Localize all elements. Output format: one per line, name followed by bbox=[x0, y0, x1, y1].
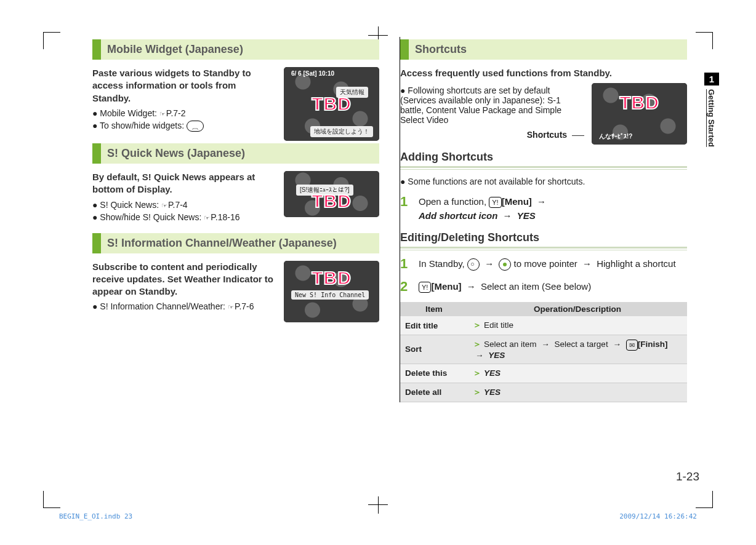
section-quick-news: S! Quick News (Japanese) bbox=[92, 143, 379, 164]
step-number: 2 bbox=[400, 280, 412, 294]
section-info-channel: S! Information Channel/Weather (Japanese… bbox=[92, 233, 379, 253]
info-channel-intro: Subscribe to content and periodically re… bbox=[92, 261, 276, 298]
arrow-icon: → bbox=[467, 281, 476, 292]
list-item: Mobile Widget: P.7-2 bbox=[92, 108, 276, 118]
arrow-icon: → bbox=[582, 258, 592, 269]
crop-mark bbox=[43, 32, 60, 49]
key-y-icon: Y! bbox=[489, 197, 501, 208]
arrow-icon: → bbox=[503, 210, 512, 221]
step: 2 Y![Menu] → Select an item (See below) bbox=[400, 280, 687, 294]
left-column: Mobile Widget (Japanese) Paste various w… bbox=[92, 37, 379, 402]
mobile-widget-intro: Paste various widgets to Standby to acce… bbox=[92, 67, 276, 105]
crop-mark bbox=[696, 491, 713, 508]
shortcuts-callout-label: Shortcuts bbox=[527, 130, 567, 140]
table-row: Edit title ＞Edit title bbox=[400, 316, 687, 335]
key-mail-icon: ✉ bbox=[626, 340, 638, 351]
tbd-stamp: TBD bbox=[619, 92, 659, 113]
adding-note: Some functions are not available for sho… bbox=[400, 177, 687, 186]
key-center-icon bbox=[467, 258, 480, 271]
right-column: Shortcuts Access frequently used functio… bbox=[400, 37, 687, 402]
shortcuts-bullets: Following shortcuts are set by default (… bbox=[400, 86, 584, 125]
arrow-icon: → bbox=[541, 340, 550, 349]
table-header-row: Item Operation/Description bbox=[400, 302, 687, 316]
tbd-stamp: TBD bbox=[312, 268, 352, 288]
table-header-item: Item bbox=[400, 302, 468, 316]
section-mobile-widget: Mobile Widget (Japanese) bbox=[92, 39, 379, 60]
list-item: S! Quick News: P.7-4 bbox=[92, 200, 276, 210]
key-nav-icon bbox=[499, 258, 511, 271]
operations-table: Item Operation/Description Edit title ＞E… bbox=[400, 302, 687, 402]
arrow-icon: → bbox=[475, 351, 484, 360]
arrow-icon: → bbox=[537, 196, 546, 207]
quick-news-bullets: S! Quick News: P.7-4 Show/hide S! Quick … bbox=[92, 200, 276, 222]
chevron-icon: ＞ bbox=[473, 320, 481, 330]
table-row: Sort ＞Select an item → Select a target →… bbox=[400, 335, 687, 364]
tbd-stamp: TBD bbox=[312, 93, 352, 114]
crop-mark bbox=[378, 496, 379, 514]
list-item: S! Information Channel/Weather: P.7-6 bbox=[92, 301, 276, 311]
tbd-stamp: TBD bbox=[312, 191, 352, 212]
chevron-icon: ＞ bbox=[473, 368, 481, 378]
screenshot-thumb: TBD New S! Info Channel bbox=[284, 261, 379, 322]
arrow-icon: → bbox=[485, 258, 494, 269]
callout-line bbox=[572, 135, 584, 136]
screenshot-thumb: 6/ 6 [Sat] 10:10 天気情報 TBD 地域を設定しよう！ bbox=[284, 67, 379, 141]
screenshot-thumb: TBD んなｻｰﾋﾞｽ!? bbox=[592, 83, 687, 145]
page-ref-icon bbox=[204, 212, 211, 222]
crop-mark bbox=[43, 491, 60, 508]
page-ref-icon bbox=[161, 200, 168, 210]
subheading-editing: Editing/Deleting Shortcuts bbox=[400, 231, 687, 249]
key-y-icon: Y! bbox=[419, 282, 431, 293]
screenshot-thumb: [S!速報ﾆｭｰｽとは?] TBD bbox=[284, 171, 379, 217]
key-icon: ⏠ bbox=[187, 121, 204, 132]
subheading-adding: Adding Shortcuts bbox=[400, 151, 687, 168]
page-ref-icon bbox=[228, 301, 235, 311]
chevron-icon: ＞ bbox=[473, 388, 481, 397]
step: 1 Open a function, Y![Menu] → Add shortc… bbox=[400, 195, 687, 223]
footer-timestamp: 2009/12/14 16:26:42 bbox=[619, 512, 697, 520]
list-item: To show/hide widgets: ⏠ bbox=[92, 121, 276, 132]
step-number: 1 bbox=[400, 195, 412, 223]
chevron-icon: ＞ bbox=[473, 340, 481, 349]
mobile-widget-bullets: Mobile Widget: P.7-2 To show/hide widget… bbox=[92, 108, 276, 132]
list-item: Following shortcuts are set by default (… bbox=[400, 86, 584, 125]
table-row: Delete all ＞YES bbox=[400, 383, 687, 402]
page: 1 Getting Started Mobile Widget (Japanes… bbox=[0, 0, 756, 545]
list-item: Some functions are not available for sho… bbox=[400, 177, 687, 186]
step: 1 In Standby, → to move pointer → Highli… bbox=[400, 257, 687, 271]
page-number: 1-23 bbox=[676, 470, 699, 483]
section-shortcuts: Shortcuts bbox=[400, 39, 687, 60]
step-number: 1 bbox=[400, 257, 412, 271]
arrow-icon: → bbox=[613, 340, 621, 349]
table-header-operation: Operation/Description bbox=[468, 302, 687, 316]
page-ref-icon bbox=[159, 108, 166, 118]
list-item: Show/hide S! Quick News: P.18-16 bbox=[92, 212, 276, 222]
info-channel-bullets: S! Information Channel/Weather: P.7-6 bbox=[92, 301, 276, 311]
shortcuts-intro: Access frequently used functions from St… bbox=[400, 67, 687, 79]
quick-news-intro: By default, S! Quick News appears at bot… bbox=[92, 171, 276, 196]
table-row: Delete this ＞YES bbox=[400, 364, 687, 383]
footer-file: BEGIN_E_OI.indb 23 bbox=[59, 512, 132, 520]
